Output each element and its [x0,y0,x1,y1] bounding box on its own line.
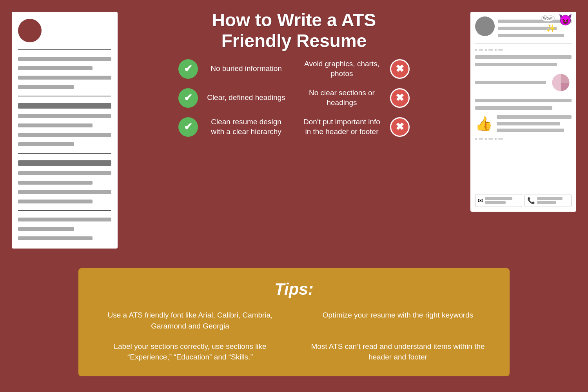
right-line [475,55,572,59]
resume-line [18,123,93,127]
phone-icon: 📞 [527,197,535,204]
do-text-1: No buried information [204,64,288,74]
dot [475,138,477,140]
footer-line [485,197,512,200]
right-line [475,81,546,84]
resume-right-header [475,16,572,38]
resume-avatar-left [18,19,42,42]
right-line [475,106,552,110]
dos-column: ✔ No buried information ✔ Clear, defined… [178,59,288,137]
resume-line [18,160,111,166]
footer-lines [485,197,519,204]
thumbs-up-icon: 👍 [475,116,493,132]
footer-box-phone: 📞 [524,194,572,207]
dot [495,49,497,51]
resume-divider-2 [18,96,111,96]
tips-grid: Use a ATS friendly font like Arial, Cali… [98,310,490,362]
dont-item-3: Don't put important info in the header o… [300,117,410,137]
dash [498,138,503,140]
do-text-3: Clean resume design with a clear hierarc… [204,117,288,136]
do-item-1: ✔ No buried information [178,59,288,79]
mascot-emoji: 😈 [559,13,572,26]
donts-column: Avoid graphics, charts, photos ✖ No clea… [300,59,410,137]
dash [498,49,503,51]
tips-title: Tips: [98,280,490,299]
dashes-row-2 [475,138,572,140]
resume-line [18,142,74,146]
envelope-icon: ✉ [478,197,483,204]
resume-line [18,57,111,61]
tips-box: Tips: Use a ATS friendly font like Arial… [78,268,510,376]
x-icon-2: ✖ [390,88,410,108]
title-line2: Friendly Resume [221,31,367,51]
dont-text-1: Avoid graphics, charts, photos [300,59,384,78]
footer-line [485,201,506,204]
dont-text-3: Don't put important info in the header o… [300,117,384,136]
resume-divider-1 [18,49,111,50]
dos-donts-row: ✔ No buried information ✔ Clear, defined… [125,59,463,137]
resume-line [18,227,74,231]
main-container: How to Write a ATS Friendly Resume ✔ No … [0,0,588,392]
resume-line [18,85,74,89]
do-text-2: Clear, defined headings [204,93,288,103]
resume-line [18,114,111,118]
tip-item-4: Most ATS can’t read and understand items… [306,341,490,363]
tip-item-3: Label your sections correctly, use secti… [98,341,282,363]
top-section: How to Write a ATS Friendly Resume ✔ No … [0,0,588,256]
do-item-3: ✔ Clean resume design with a clear hiera… [178,117,288,137]
resume-line [18,76,111,80]
right-line [475,99,572,102]
dash [488,138,493,140]
resume-line [18,181,93,185]
cluttered-resume-mockup: Wow! 😈 ✨ [470,12,576,212]
center-content: How to Write a ATS Friendly Resume ✔ No … [125,8,463,137]
dont-item-1: Avoid graphics, charts, photos ✖ [300,59,410,79]
footer-box-email: ✉ [475,194,522,207]
resume-line [18,171,111,175]
right-line [497,115,572,119]
resume-line [18,190,111,194]
x-icon-3: ✖ [390,117,410,137]
resume-divider-4 [18,210,111,211]
title-line1: How to Write a ATS [212,10,376,30]
dont-text-2: No clear sections or headings [300,88,384,107]
resume-line [18,133,111,137]
resume-line [18,236,93,240]
dash [479,49,483,51]
resume-divider-3 [18,153,111,154]
dont-item-2: No clear sections or headings ✖ [300,88,410,108]
dashes-row-1 [475,49,572,51]
dot [485,138,487,140]
dot [485,49,487,51]
right-line [497,129,564,132]
right-line [475,63,557,66]
footer-line [537,197,563,200]
footer-section: ✉ 📞 [475,194,572,207]
check-icon-3: ✔ [178,117,198,137]
dot [475,49,477,51]
do-item-2: ✔ Clear, defined headings [178,88,288,108]
dash [479,138,483,140]
tip-item-1: Use a ATS friendly font like Arial, Cali… [98,310,282,331]
wow-bubble: Wow! [541,15,555,22]
check-icon-2: ✔ [178,88,198,108]
clean-resume-mockup [12,12,118,249]
x-icon-1: ✖ [390,59,410,79]
right-divider-1 [475,44,572,44]
footer-line [537,201,556,204]
right-line [498,34,564,37]
dot [495,138,497,140]
resume-line [18,218,111,221]
pie-chart-area [475,72,572,93]
footer-lines [537,197,569,204]
right-line [497,122,560,125]
check-icon-1: ✔ [178,59,198,79]
sparkle-icon: ✨ [546,24,556,33]
tip-item-2: Optimize your resume with the right keyw… [306,310,490,331]
thumb-area: 👍 [475,114,572,133]
resume-line [18,103,111,109]
resume-line [18,66,93,70]
dash [488,49,493,51]
resume-line [18,200,93,203]
bottom-section: Tips: Use a ATS friendly font like Arial… [0,256,588,392]
